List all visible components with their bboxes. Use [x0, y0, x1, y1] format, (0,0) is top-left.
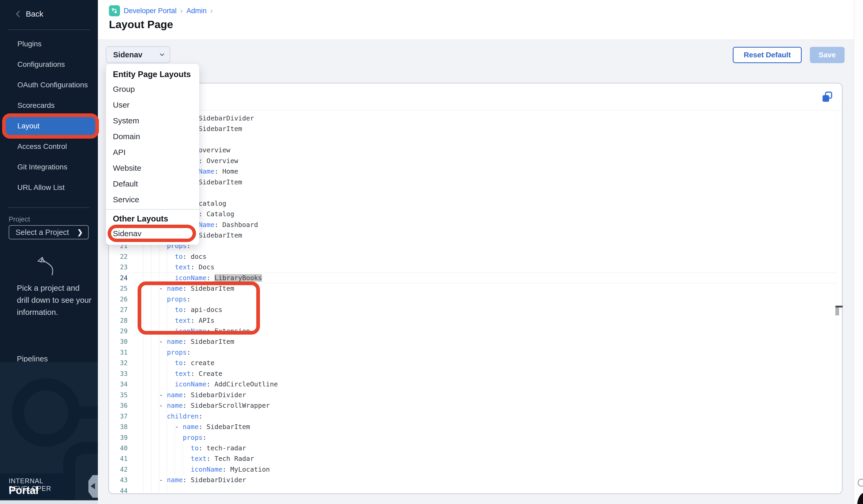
brand-title: Portal	[9, 484, 38, 496]
line-number: 25	[109, 283, 128, 294]
code-line[interactable]: text: Docs	[143, 262, 214, 273]
code-line[interactable]: - name: SidebarItem	[143, 422, 250, 432]
breadcrumb: Developer Portal › Admin ›	[109, 5, 213, 16]
decorative-ring	[12, 378, 80, 447]
sidebar-item[interactable]: Access Control	[6, 136, 96, 157]
menu-item-label: Service	[113, 195, 139, 204]
code-line[interactable]: text: Tech Radar	[143, 453, 254, 464]
hand-drawn-arrow	[34, 254, 66, 280]
breadcrumb-chevron-icon: ›	[210, 7, 213, 15]
other-layout-list: Sidenav	[106, 225, 199, 242]
code-line[interactable]: - name: SidebarItem	[143, 283, 234, 294]
sidebar-item[interactable]: OAuth Configurations	[6, 75, 96, 95]
code-line[interactable]: text: Create	[143, 368, 222, 379]
chevron-left-icon	[16, 11, 22, 17]
menu-item[interactable]: Domain	[106, 129, 199, 144]
decorative-bar	[78, 406, 98, 419]
project-select-button[interactable]: Select a Project ❯	[9, 225, 89, 239]
save-button[interactable]: Save	[810, 47, 845, 63]
developer-portal-logo-icon	[109, 5, 120, 16]
code-line[interactable]: - name: SidebarDivider	[143, 475, 246, 485]
line-number: 29	[109, 326, 128, 337]
line-number: 37	[109, 411, 128, 422]
line-number: 30	[109, 337, 128, 347]
menu-item-label: Group	[113, 85, 135, 94]
menu-item[interactable]: Website	[106, 160, 199, 176]
line-number: 36	[109, 400, 128, 411]
mouse-cursor	[855, 490, 863, 504]
line-number: 41	[109, 453, 128, 464]
code-line[interactable]: to: tech-radar	[143, 443, 246, 453]
code-line[interactable]: props:	[143, 347, 191, 358]
line-number: 35	[109, 390, 128, 400]
menu-item[interactable]: System	[106, 113, 199, 129]
page-right-gutter	[854, 0, 863, 504]
code-line[interactable]: - name: SidebarItem	[143, 337, 234, 347]
menu-section-title: Entity Page Layouts	[106, 67, 199, 81]
code-line[interactable]: to: create	[143, 358, 214, 368]
copy-button[interactable]	[819, 90, 835, 104]
menu-divider	[106, 209, 199, 210]
scrollbar-thumb[interactable]	[835, 307, 839, 315]
back-button[interactable]: Back	[17, 10, 43, 18]
chevron-right-icon: ❯	[77, 228, 83, 237]
code-line[interactable]: children:	[143, 411, 203, 422]
sidebar-item[interactable]: Layout	[6, 116, 96, 136]
sidebar-item-label: Plugins	[17, 40, 41, 48]
menu-item[interactable]: API	[106, 144, 199, 160]
brand-block: INTERNAL DEVELOPER Portal	[0, 474, 68, 499]
menu-item-label: Sidenav	[113, 229, 141, 238]
sidebar-item[interactable]: Configurations	[6, 54, 96, 75]
code-line[interactable]: - name: SidebarDivider	[143, 390, 246, 400]
sidebar-item-label: Layout	[17, 122, 39, 130]
sidebar-divider	[9, 29, 89, 30]
sidebar-item[interactable]: Git Integrations	[6, 157, 96, 177]
sidebar-divider	[9, 207, 89, 208]
sidebar-item-label: Access Control	[17, 142, 67, 151]
code-line[interactable]: iconName: MyLocation	[143, 464, 270, 475]
code-line[interactable]: iconName: AddCircleOutline	[143, 379, 278, 390]
layout-selector-dropdown[interactable]: Sidenav	[106, 46, 170, 63]
page-right-border	[854, 0, 854, 504]
line-number: 38	[109, 422, 128, 432]
code-line[interactable]: text: APIs	[143, 315, 214, 326]
line-number: 23	[109, 262, 128, 273]
sidebar-item[interactable]: Scorecards	[6, 95, 96, 116]
entity-layout-list: Group User System Domain API Website Def…	[106, 81, 199, 207]
sidebar-item-label: Configurations	[17, 60, 65, 69]
copy-icon	[821, 91, 833, 103]
code-line[interactable]: props:	[143, 432, 207, 443]
menu-item-sidenav[interactable]: Sidenav	[106, 225, 199, 242]
menu-item-label: Website	[113, 164, 141, 173]
sidebar-item-label: Git Integrations	[17, 163, 67, 171]
yaml-editor[interactable]: 9101112131415161718192021222324252627282…	[109, 111, 842, 494]
sidebar-item-label: Scorecards	[17, 101, 55, 110]
scroll-position-marker	[835, 306, 843, 307]
line-number: 40	[109, 443, 128, 453]
page-title: Layout Page	[109, 18, 173, 31]
code-line[interactable]: to: docs	[143, 251, 207, 262]
line-number: 39	[109, 432, 128, 443]
code-line[interactable]: - name: SidebarScrollWrapper	[143, 400, 270, 411]
editor-gutter-line	[836, 111, 836, 494]
menu-item[interactable]: Default	[106, 176, 199, 192]
menu-item[interactable]: User	[106, 97, 199, 113]
menu-item[interactable]: Group	[106, 81, 199, 97]
breadcrumb-link-portal[interactable]: Developer Portal	[124, 7, 177, 15]
sidebar-item-label: URL Allow List	[17, 183, 64, 192]
line-number: 22	[109, 251, 128, 262]
code-line[interactable]: props:	[143, 294, 191, 305]
code-line[interactable]: iconName: Extension	[143, 326, 250, 337]
sidebar-item[interactable]: Plugins	[6, 34, 96, 54]
editor-toolbar	[109, 84, 842, 111]
reset-default-button[interactable]: Reset Default	[733, 47, 802, 63]
layout-selector-menu: Entity Page Layouts Group User System Do…	[106, 64, 199, 245]
code-line[interactable]: to: api-docs	[143, 305, 222, 315]
menu-item[interactable]: Service	[106, 192, 199, 207]
line-number: 28	[109, 315, 128, 326]
line-number: 26	[109, 294, 128, 305]
code-line[interactable]: iconName: LibraryBooks	[143, 273, 262, 283]
menu-item-label: System	[113, 116, 139, 125]
sidebar-item[interactable]: URL Allow List	[6, 177, 96, 198]
breadcrumb-link-admin[interactable]: Admin	[186, 7, 207, 15]
